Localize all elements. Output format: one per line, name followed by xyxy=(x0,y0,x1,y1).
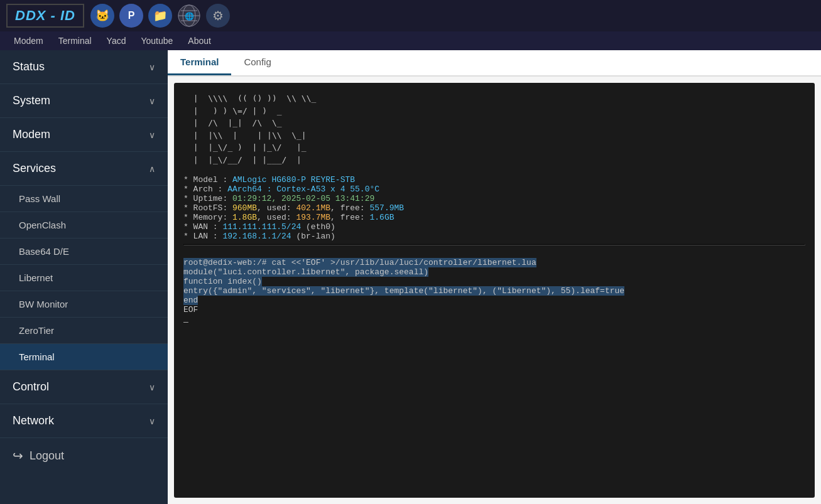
folder-icon[interactable]: 📁 xyxy=(148,4,172,28)
sidebar-label-status: Status xyxy=(13,60,45,73)
rootfs-free-label: , free: xyxy=(330,203,369,213)
sidebar-label-control: Control xyxy=(13,380,49,394)
terminal-cursor: _ xyxy=(183,314,188,324)
sidebar-item-system[interactable]: System ∨ xyxy=(0,84,168,118)
main-layout: Status ∨ System ∨ Modem ∨ Services ∧ Pas… xyxy=(0,50,821,504)
command-prompt: root@dedix-web:/# cat <<'EOF' >/usr/lib/… xyxy=(183,258,536,267)
sidebar-item-modem[interactable]: Modem ∨ xyxy=(0,118,168,152)
memory-v3: 1.6GB xyxy=(369,213,394,222)
rootfs-v1: 960MB xyxy=(232,203,257,213)
peerlist-icon[interactable]: P xyxy=(119,4,143,28)
memory-v1: 1.8GB xyxy=(232,213,257,222)
logout-icon: ↪ xyxy=(13,448,23,463)
header-icons: 🐱 P 📁 🌐 ⚙ xyxy=(90,4,230,28)
tabs: Terminal Config xyxy=(168,50,821,77)
terminal-wrapper: | \\\\ (( () )) \\ \\_ | ) ) \=/ | ) _ |… xyxy=(168,77,821,504)
sidebar-sub-passwall[interactable]: Pass Wall xyxy=(0,186,168,212)
cat-icon[interactable]: 🐱 xyxy=(90,4,114,28)
sidebar-item-status[interactable]: Status ∨ xyxy=(0,50,168,84)
code-line-4: end xyxy=(183,296,198,305)
logout-button[interactable]: ↪ Logout xyxy=(0,438,168,473)
arch-label: * Arch : xyxy=(183,185,227,194)
lan-label: * LAN : xyxy=(183,232,222,241)
sidebar-item-control[interactable]: Control ∨ xyxy=(0,370,168,404)
sidebar-label-system: System xyxy=(13,94,50,107)
code-line-1: module("luci.controller.libernet", packa… xyxy=(183,267,428,277)
sidebar: Status ∨ System ∨ Modem ∨ Services ∧ Pas… xyxy=(0,50,168,504)
wan-label: * WAN : xyxy=(183,222,222,232)
terminal[interactable]: | \\\\ (( () )) \\ \\_ | ) ) \=/ | ) _ |… xyxy=(174,83,815,498)
memory-free-label: , free: xyxy=(330,213,369,222)
tab-terminal[interactable]: Terminal xyxy=(168,50,231,75)
ascii-art: | \\\\ (( () )) \\ \\_ | ) ) \=/ | ) _ |… xyxy=(183,92,805,166)
rootfs-v3: 557.9MB xyxy=(369,203,404,213)
rootfs-used-label: , used: xyxy=(257,203,296,213)
memory-used-label: , used: xyxy=(257,213,296,222)
uptime-label: * Uptime: xyxy=(183,194,232,203)
logout-label: Logout xyxy=(30,449,64,463)
chevron-network-icon: ∨ xyxy=(149,416,155,426)
rootfs-label: * RootFS: xyxy=(183,203,232,213)
sidebar-label-services: Services xyxy=(13,162,56,175)
nav-youtube[interactable]: Youtube xyxy=(133,31,180,50)
nav-yacd[interactable]: Yacd xyxy=(99,31,134,50)
command-highlight: root@dedix-web:/# cat <<'EOF' >/usr/lib/… xyxy=(183,258,536,267)
navbar: Modem Terminal Yacd Youtube About xyxy=(0,31,821,50)
nav-terminal[interactable]: Terminal xyxy=(51,31,99,50)
code-line-eof: EOF xyxy=(183,305,198,314)
uptime-value: 01:29:12, 2025-02-05 13:41:29 xyxy=(232,194,374,203)
code-line-2: function index() xyxy=(183,277,262,286)
wan-value: 111.111.111.5/24 xyxy=(222,222,301,232)
tab-config[interactable]: Config xyxy=(231,50,283,75)
globe-icon[interactable]: 🌐 xyxy=(177,4,201,28)
sidebar-sub-base64[interactable]: Base64 D/E xyxy=(0,239,168,265)
sidebar-item-network[interactable]: Network ∨ xyxy=(0,404,168,438)
sidebar-sub-openclash[interactable]: OpenClash xyxy=(0,212,168,239)
model-value: AMLogic HG680-P REYRE-STB xyxy=(232,175,355,185)
nav-modem[interactable]: Modem xyxy=(6,31,51,50)
sidebar-sub-libernet[interactable]: Libernet xyxy=(0,265,168,291)
code-line-3: entry({"admin", "services", "libernet"},… xyxy=(183,286,624,296)
chevron-status-icon: ∨ xyxy=(149,62,155,72)
sidebar-label-modem: Modem xyxy=(13,128,50,141)
header: DDX - ID 🐱 P 📁 🌐 ⚙ xyxy=(0,0,821,31)
lan-value: 192.168.1.1/24 xyxy=(222,232,291,241)
rootfs-v2: 402.1MB xyxy=(296,203,330,213)
chevron-system-icon: ∨ xyxy=(149,96,155,106)
content: Terminal Config | \\\\ (( () )) \\ \\_ |… xyxy=(168,50,821,504)
logo-text: DDX - ID xyxy=(15,8,75,23)
chevron-services-icon: ∧ xyxy=(149,164,155,174)
lan-iface: (br-lan) xyxy=(291,232,335,241)
nav-about[interactable]: About xyxy=(180,31,219,50)
memory-label: * Memory: xyxy=(183,213,232,222)
sidebar-label-network: Network xyxy=(13,414,54,427)
chevron-modem-icon: ∨ xyxy=(149,130,155,140)
model-label: * Model : xyxy=(183,175,232,185)
logo: DDX - ID xyxy=(6,4,84,28)
sidebar-sub-bwmonitor[interactable]: BW Monitor xyxy=(0,291,168,318)
sidebar-item-services[interactable]: Services ∧ xyxy=(0,152,168,186)
chevron-control-icon: ∨ xyxy=(149,382,155,392)
memory-v2: 193.7MB xyxy=(296,213,330,222)
arch-value: AArch64 : Cortex-A53 x 4 55.0°C xyxy=(227,185,379,194)
sidebar-sub-terminal[interactable]: Terminal xyxy=(0,344,168,370)
svg-text:🌐: 🌐 xyxy=(185,11,194,21)
gear-icon[interactable]: ⚙ xyxy=(206,4,230,28)
wan-iface: (eth0) xyxy=(301,222,335,232)
sidebar-sub-zerotier[interactable]: ZeroTier xyxy=(0,318,168,344)
